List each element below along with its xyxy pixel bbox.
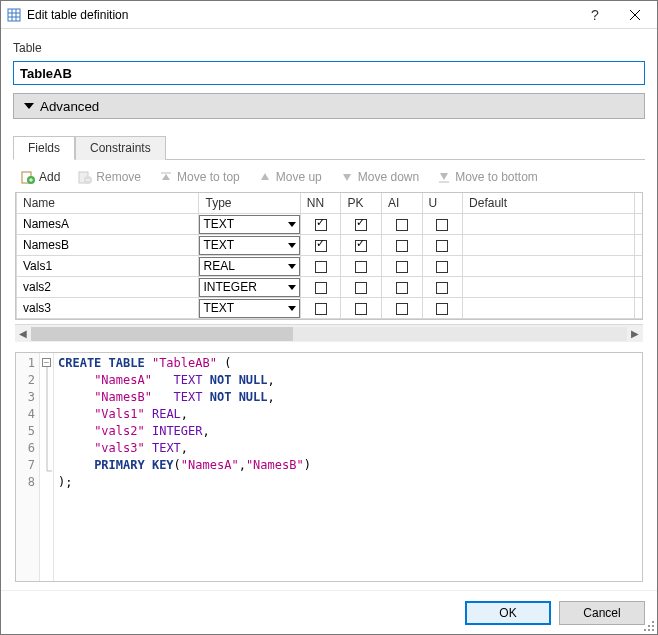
nn-cell[interactable]	[300, 214, 341, 235]
u-cell[interactable]	[422, 235, 463, 256]
sql-code[interactable]: CREATE TABLE "TableAB" ( "NamesA" TEXT N…	[54, 353, 642, 581]
checkbox[interactable]	[355, 219, 367, 231]
pk-cell[interactable]	[341, 214, 382, 235]
checkbox[interactable]	[315, 240, 327, 252]
u-cell[interactable]	[422, 298, 463, 319]
field-name-cell[interactable]: NamesA	[17, 214, 199, 235]
pk-cell[interactable]	[341, 235, 382, 256]
checkbox[interactable]	[315, 282, 327, 294]
tab-constraints[interactable]: Constraints	[75, 136, 166, 160]
u-cell[interactable]	[422, 277, 463, 298]
ai-cell[interactable]	[381, 214, 422, 235]
checkbox[interactable]	[315, 303, 327, 315]
col-check[interactable]: Cl	[635, 193, 643, 214]
field-type-cell[interactable]: REAL	[199, 256, 300, 277]
field-name-cell[interactable]: Vals1	[17, 256, 199, 277]
type-select[interactable]: TEXT	[199, 299, 299, 318]
col-pk[interactable]: PK	[341, 193, 382, 214]
checkbox[interactable]	[315, 261, 327, 273]
default-cell[interactable]	[463, 298, 635, 319]
checkbox[interactable]	[396, 261, 408, 273]
check-cell[interactable]	[635, 256, 643, 277]
move-down-button[interactable]: Move down	[340, 170, 419, 184]
help-button[interactable]: ?	[575, 2, 615, 28]
checkbox[interactable]	[355, 303, 367, 315]
check-cell[interactable]	[635, 298, 643, 319]
type-select[interactable]: TEXT	[199, 215, 299, 234]
u-cell[interactable]	[422, 256, 463, 277]
remove-field-button[interactable]: Remove	[78, 170, 141, 184]
checkbox[interactable]	[436, 240, 448, 252]
checkbox[interactable]	[396, 282, 408, 294]
field-name-cell[interactable]: vals3	[17, 298, 199, 319]
table-row[interactable]: vals3TEXT	[17, 298, 644, 319]
default-cell[interactable]	[463, 256, 635, 277]
field-name-cell[interactable]: vals2	[17, 277, 199, 298]
ai-cell[interactable]	[381, 256, 422, 277]
pk-cell[interactable]	[341, 298, 382, 319]
ok-button[interactable]: OK	[465, 601, 551, 625]
default-cell[interactable]	[463, 235, 635, 256]
pk-cell[interactable]	[341, 256, 382, 277]
ai-cell[interactable]	[381, 277, 422, 298]
field-type-cell[interactable]: TEXT	[199, 298, 300, 319]
add-field-button[interactable]: Add	[21, 170, 60, 184]
ai-cell[interactable]	[381, 298, 422, 319]
close-button[interactable]	[615, 2, 655, 28]
col-type[interactable]: Type	[199, 193, 300, 214]
checkbox[interactable]	[396, 240, 408, 252]
table-row[interactable]: NamesATEXT	[17, 214, 644, 235]
table-name-input[interactable]	[13, 61, 645, 85]
check-cell[interactable]	[635, 235, 643, 256]
type-select[interactable]: INTEGER	[199, 278, 299, 297]
scroll-left-icon[interactable]: ◀	[19, 328, 27, 339]
nn-cell[interactable]	[300, 277, 341, 298]
table-row[interactable]: NamesBTEXT	[17, 235, 644, 256]
checkbox[interactable]	[315, 219, 327, 231]
field-type-cell[interactable]: INTEGER	[199, 277, 300, 298]
field-type-cell[interactable]: TEXT	[199, 214, 300, 235]
move-top-button[interactable]: Move to top	[159, 170, 240, 184]
ai-cell[interactable]	[381, 235, 422, 256]
col-default[interactable]: Default	[463, 193, 635, 214]
nn-cell[interactable]	[300, 256, 341, 277]
check-cell[interactable]	[635, 277, 643, 298]
check-cell[interactable]	[635, 214, 643, 235]
scroll-thumb[interactable]	[31, 327, 293, 341]
checkbox[interactable]	[436, 261, 448, 273]
checkbox[interactable]	[396, 303, 408, 315]
nn-cell[interactable]	[300, 298, 341, 319]
nn-cell[interactable]	[300, 235, 341, 256]
checkbox[interactable]	[436, 282, 448, 294]
move-bottom-button[interactable]: Move to bottom	[437, 170, 538, 184]
u-cell[interactable]	[422, 214, 463, 235]
table-row[interactable]: vals2INTEGER	[17, 277, 644, 298]
advanced-button[interactable]: Advanced	[13, 93, 645, 119]
type-select[interactable]: TEXT	[199, 236, 299, 255]
default-cell[interactable]	[463, 214, 635, 235]
field-type-cell[interactable]: TEXT	[199, 235, 300, 256]
checkbox[interactable]	[355, 282, 367, 294]
col-nn[interactable]: NN	[300, 193, 341, 214]
fold-toggle[interactable]: −	[42, 358, 51, 367]
checkbox[interactable]	[436, 219, 448, 231]
table-row[interactable]: Vals1REAL	[17, 256, 644, 277]
field-name-cell[interactable]: NamesB	[17, 235, 199, 256]
default-cell[interactable]	[463, 277, 635, 298]
resize-grip[interactable]	[643, 620, 655, 632]
checkbox[interactable]	[355, 240, 367, 252]
tab-fields[interactable]: Fields	[13, 136, 75, 160]
pk-cell[interactable]	[341, 277, 382, 298]
checkbox[interactable]	[355, 261, 367, 273]
col-name[interactable]: Name	[17, 193, 199, 214]
checkbox[interactable]	[396, 219, 408, 231]
move-up-button[interactable]: Move up	[258, 170, 322, 184]
checkbox[interactable]	[436, 303, 448, 315]
cancel-button[interactable]: Cancel	[559, 601, 645, 625]
fields-h-scrollbar[interactable]: ◀ ▶	[15, 324, 643, 342]
type-select[interactable]: REAL	[199, 257, 299, 276]
move-up-icon	[258, 170, 272, 184]
col-u[interactable]: U	[422, 193, 463, 214]
scroll-right-icon[interactable]: ▶	[631, 328, 639, 339]
col-ai[interactable]: AI	[381, 193, 422, 214]
